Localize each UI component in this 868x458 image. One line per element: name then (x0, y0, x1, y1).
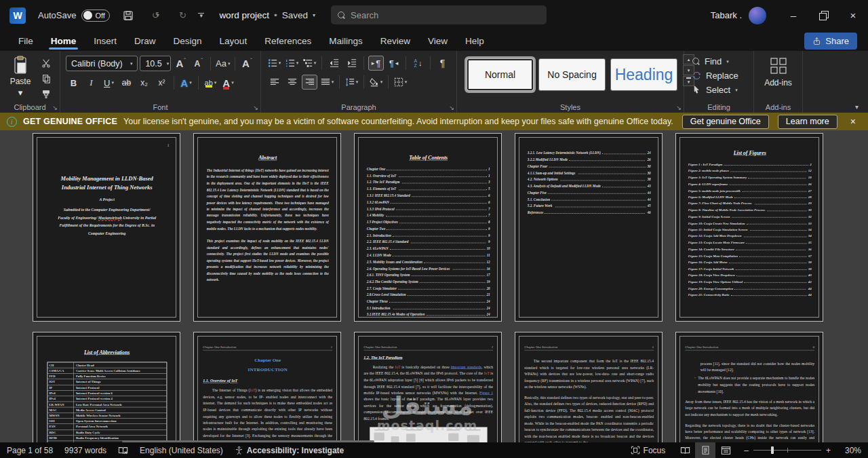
ribbon-tab[interactable]: Mailings (320, 31, 372, 51)
grow-font-button[interactable]: Aˆ (173, 56, 189, 71)
show-formatting-marks-button[interactable]: ¶ (435, 56, 450, 71)
bold-button[interactable]: B (66, 75, 81, 90)
banner-close-icon[interactable]: × (845, 116, 861, 127)
word-count[interactable]: 9937 words (64, 446, 106, 455)
rtl-direction-button[interactable]: ¶◂ (386, 56, 401, 71)
style-card[interactable]: No Spacing (538, 58, 606, 91)
style-card[interactable]: Normal (467, 58, 534, 91)
align-center-button[interactable] (284, 75, 300, 90)
shrink-font-button[interactable]: Aˇ (191, 56, 206, 71)
underline-button[interactable]: U▾ (101, 75, 117, 90)
page-10-mobility-issues[interactable]: Chapter One Introduction6 process [11], … (675, 332, 823, 442)
addins-button[interactable]: Add-ins (764, 56, 793, 88)
page-4-table-of-contents-continued[interactable]: 3.2.1. Low Latency Deterministic Network… (515, 133, 663, 322)
page-6-list-of-abbreviations[interactable]: List of Abbreviations CHCluster HeadCSMA… (33, 332, 180, 442)
copy-button[interactable] (38, 71, 54, 86)
shading-button[interactable]: ▾ (368, 75, 384, 90)
align-left-button[interactable] (267, 75, 282, 90)
subscript-button[interactable]: x₂ (136, 75, 152, 90)
find-button[interactable]: Find▾ (687, 54, 751, 69)
page-7-chapter-one[interactable]: Chapter One Introduction1 Chapter One IN… (193, 332, 341, 442)
zoom-slider-thumb[interactable] (771, 446, 774, 454)
increase-indent-button[interactable] (344, 56, 359, 71)
collapse-ribbon-button[interactable]: ▾ (855, 103, 859, 111)
font-name-combo[interactable]: Calibri (Body)▾ (66, 56, 138, 71)
page-3-table-of-contents[interactable]: Table of Contents Chapter One11.1. Overv… (354, 133, 502, 322)
ribbon-tab[interactable]: View (419, 31, 456, 51)
style-card[interactable]: Heading (610, 58, 677, 91)
zoom-out-button[interactable]: – (744, 446, 749, 455)
line-spacing-button[interactable]: ▾ (344, 75, 359, 90)
decrease-indent-button[interactable] (326, 56, 342, 71)
numbering-button[interactable]: ▾ (284, 56, 300, 71)
web-layout-button[interactable] (715, 442, 736, 458)
autosave-toggle[interactable]: Off (81, 9, 110, 22)
avatar[interactable] (749, 7, 766, 24)
select-button[interactable]: Select▾ (687, 83, 751, 97)
proofing-status[interactable] (118, 446, 128, 455)
text-effects-button[interactable]: A▾ (178, 75, 194, 90)
redo-button[interactable]: ↻ (174, 7, 191, 24)
document-title[interactable]: word project • Saved ▾ (219, 10, 315, 20)
styles-dialog-launcher[interactable]: ↘ (676, 104, 682, 111)
ribbon-tab[interactable]: Insert (85, 31, 125, 51)
font-dialog-launcher[interactable]: ↘ (253, 104, 258, 111)
ribbon-tab[interactable]: Home (42, 31, 85, 51)
save-button[interactable] (119, 7, 137, 24)
undo-button[interactable]: ↺▾ (146, 7, 164, 24)
ribbon-tab[interactable]: Review (372, 31, 419, 51)
share-button[interactable]: Share (804, 33, 857, 50)
page-indicator[interactable]: Page 1 of 58 (7, 446, 53, 455)
close-button[interactable]: × (838, 0, 868, 31)
page-2-abstract[interactable]: Abstract The Industrial Internet of thin… (193, 133, 341, 322)
superscript-button[interactable]: x² (154, 75, 170, 90)
page-1-title-page[interactable]: 1 Mobility Management in LLDN-BasedIndus… (33, 133, 180, 322)
italic-button[interactable]: I (83, 75, 99, 90)
restore-button[interactable] (808, 0, 838, 31)
clear-formatting-button[interactable]: Aˇ (239, 56, 255, 71)
ribbon-tab[interactable]: Layout (211, 31, 256, 51)
clipboard-dialog-launcher[interactable]: ↘ (52, 104, 58, 111)
ribbon-tab[interactable]: Draw (125, 31, 165, 51)
format-painter-button[interactable] (38, 87, 54, 102)
paragraph-dialog-launcher[interactable]: ↘ (449, 104, 454, 111)
search-input[interactable] (351, 10, 540, 20)
learn-more-button[interactable]: Learn more (778, 115, 837, 129)
read-mode-button[interactable] (675, 442, 695, 458)
search-box[interactable] (331, 5, 547, 24)
get-genuine-office-button[interactable]: Get genuine Office (682, 115, 769, 129)
cut-button[interactable] (38, 56, 54, 71)
focus-mode-button[interactable]: Focus (631, 446, 666, 455)
language-indicator[interactable]: English (United States) (140, 446, 223, 455)
ribbon-tab[interactable]: Design (165, 31, 211, 51)
customize-quick-access-toolbar-button[interactable]: ▾ (198, 13, 204, 18)
user-name[interactable]: Tabark . (711, 10, 742, 20)
change-case-button[interactable]: Aa▾ (215, 56, 231, 71)
ribbon-tab[interactable]: Help (456, 31, 493, 51)
align-right-button[interactable] (302, 75, 317, 90)
page-8-iot-paradigm[interactable]: Chapter One Introduction3 1.2. The IoT P… (354, 332, 502, 442)
multilevel-list-button[interactable]: ▾ (302, 56, 317, 71)
font-size-combo[interactable]: 10.5▾ (140, 56, 171, 71)
page-9-ieee-standard[interactable]: Chapter One Introduction5 The second imp… (515, 332, 663, 442)
print-layout-button[interactable] (695, 442, 715, 458)
minimize-button[interactable]: – (778, 0, 808, 31)
highlight-button[interactable]: ab▾ (203, 75, 218, 90)
font-color-button[interactable]: A▾ (220, 75, 236, 90)
accessibility-status[interactable]: Accessibility: Investigate (235, 446, 344, 455)
justify-button[interactable]: ▾ (319, 75, 335, 90)
word-logo-icon[interactable]: W (9, 7, 26, 24)
document-canvas[interactable]: 1 Mobility Management in LLDN-BasedIndus… (0, 130, 868, 442)
sort-button[interactable]: AZ↓ (410, 56, 426, 71)
ribbon-tab[interactable]: File (9, 31, 42, 51)
replace-button[interactable]: Replace (687, 69, 751, 83)
bullets-button[interactable]: ▾ (267, 56, 282, 71)
borders-button[interactable]: ▾ (393, 75, 408, 90)
zoom-level[interactable]: 30% (835, 446, 861, 455)
paste-button[interactable]: Paste ▾ (5, 54, 35, 98)
zoom-in-button[interactable]: + (826, 446, 831, 455)
ltr-direction-button[interactable]: ▸¶ (368, 56, 384, 71)
zoom-slider[interactable] (753, 450, 821, 451)
strikethrough-button[interactable]: ab (119, 75, 134, 90)
page-5-list-of-figures[interactable]: List of Figures Figure 1 : IoT Paradigm2… (675, 133, 823, 322)
